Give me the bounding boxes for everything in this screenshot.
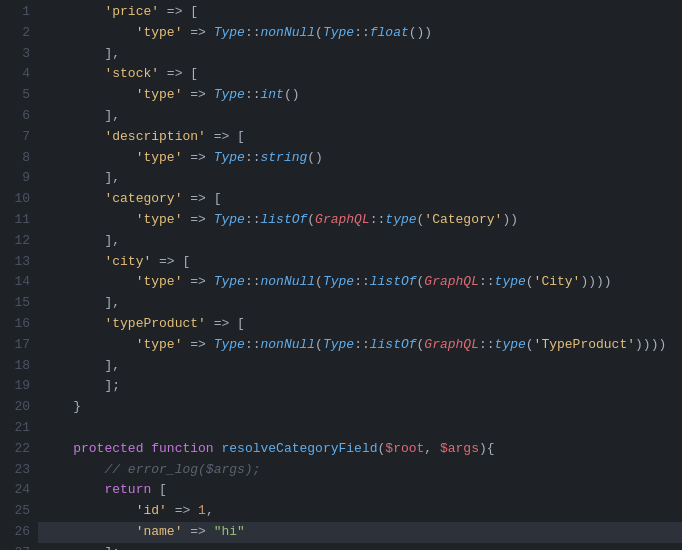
code-line-24: return [: [38, 480, 682, 501]
code-line-3: ],: [38, 44, 682, 65]
code-line-17: 'type' => Type::nonNull(Type::listOf(Gra…: [38, 335, 682, 356]
code-line-10: 'category' => [: [38, 189, 682, 210]
code-line-11: 'type' => Type::listOf(GraphQL::type('Ca…: [38, 210, 682, 231]
code-line-21: [38, 418, 682, 439]
line-num-19: 19: [4, 376, 30, 397]
code-line-14: 'type' => Type::nonNull(Type::listOf(Gra…: [38, 272, 682, 293]
code-line-19: ];: [38, 376, 682, 397]
code-line-16: 'typeProduct' => [: [38, 314, 682, 335]
code-line-18: ],: [38, 356, 682, 377]
line-num-2: 2: [4, 23, 30, 44]
line-num-7: 7: [4, 127, 30, 148]
code-line-22: protected function resolveCategoryField(…: [38, 439, 682, 460]
code-line-12: ],: [38, 231, 682, 252]
line-num-18: 18: [4, 356, 30, 377]
code-lines: 'price' => [ 'type' => Type::nonNull(Typ…: [38, 0, 682, 550]
line-num-24: 24: [4, 480, 30, 501]
line-num-25: 25: [4, 501, 30, 522]
line-num-14: 14: [4, 272, 30, 293]
line-num-9: 9: [4, 168, 30, 189]
line-num-8: 8: [4, 148, 30, 169]
line-numbers: 1 2 3 4 5 6 7 8 9 10 11 12 13 14 15 16 1…: [0, 0, 38, 550]
code-line-6: ],: [38, 106, 682, 127]
line-num-4: 4: [4, 64, 30, 85]
code-line-26: 'name' => "hi": [38, 522, 682, 543]
code-line-15: ],: [38, 293, 682, 314]
code-line-5: 'type' => Type::int(): [38, 85, 682, 106]
code-line-20: }: [38, 397, 682, 418]
code-line-9: ],: [38, 168, 682, 189]
code-line-25: 'id' => 1,: [38, 501, 682, 522]
line-num-23: 23: [4, 460, 30, 481]
line-num-17: 17: [4, 335, 30, 356]
line-num-15: 15: [4, 293, 30, 314]
code-content: 1 2 3 4 5 6 7 8 9 10 11 12 13 14 15 16 1…: [0, 0, 682, 550]
code-line-27: ];: [38, 543, 682, 550]
code-line-8: 'type' => Type::string(): [38, 148, 682, 169]
line-num-10: 10: [4, 189, 30, 210]
line-num-13: 13: [4, 252, 30, 273]
code-line-13: 'city' => [: [38, 252, 682, 273]
line-num-21: 21: [4, 418, 30, 439]
code-line-1: 'price' => [: [38, 2, 682, 23]
line-num-26: 26: [4, 522, 30, 543]
line-num-1: 1: [4, 2, 30, 23]
line-num-27: 27: [4, 543, 30, 550]
line-num-5: 5: [4, 85, 30, 106]
line-num-22: 22: [4, 439, 30, 460]
code-line-4: 'stock' => [: [38, 64, 682, 85]
line-num-20: 20: [4, 397, 30, 418]
line-num-16: 16: [4, 314, 30, 335]
line-num-3: 3: [4, 44, 30, 65]
code-line-23: // error_log($args);: [38, 460, 682, 481]
line-num-11: 11: [4, 210, 30, 231]
line-num-12: 12: [4, 231, 30, 252]
line-num-6: 6: [4, 106, 30, 127]
code-line-2: 'type' => Type::nonNull(Type::float()): [38, 23, 682, 44]
code-editor: 1 2 3 4 5 6 7 8 9 10 11 12 13 14 15 16 1…: [0, 0, 682, 550]
code-line-7: 'description' => [: [38, 127, 682, 148]
